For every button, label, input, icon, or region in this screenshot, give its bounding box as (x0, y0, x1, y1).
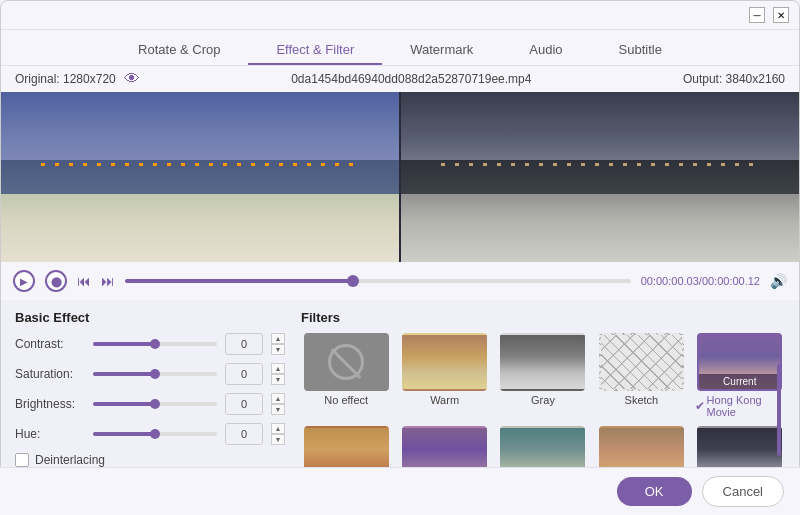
play-button[interactable]: ▶ (13, 270, 35, 292)
filter-hk-movie[interactable]: Current ✔ Hong Kong Movie (695, 333, 785, 418)
hue-value[interactable]: 0 (225, 423, 263, 445)
bottom-bar: OK Cancel (0, 467, 800, 515)
filename: 0da1454bd46940dd088d2a52870719ee.mp4 (291, 72, 531, 86)
contrast-slider[interactable] (93, 342, 217, 346)
close-button[interactable]: ✕ (773, 7, 789, 23)
deinterlace-checkbox[interactable] (15, 453, 29, 467)
contrast-value[interactable]: 0 (225, 333, 263, 355)
filter-scrollbar[interactable] (777, 364, 781, 456)
saturation-down[interactable]: ▼ (271, 374, 285, 385)
tab-subtitle[interactable]: Subtitle (591, 36, 690, 65)
tab-watermark[interactable]: Watermark (382, 36, 501, 65)
filter-warm-label: Warm (430, 394, 459, 406)
timeline-bar: ▶ ⬤ ⏮ ⏭ 00:00:00.03/00:00:00.12 🔊 (1, 262, 799, 300)
minimize-button[interactable]: ─ (749, 7, 765, 23)
progress-thumb[interactable] (347, 275, 359, 287)
hue-up[interactable]: ▲ (271, 423, 285, 434)
filters-title: Filters (301, 310, 785, 325)
saturation-up[interactable]: ▲ (271, 363, 285, 374)
output-preview (401, 92, 799, 262)
time-display: 00:00:00.03/00:00:00.12 (641, 275, 760, 287)
preview-area (1, 92, 799, 262)
brightness-row: Brightness: 0 ▲ ▼ (15, 393, 285, 415)
saturation-row: Saturation: 0 ▲ ▼ (15, 363, 285, 385)
filter-gray[interactable]: Gray (498, 333, 588, 418)
hue-label: Hue: (15, 427, 85, 441)
skip-forward-button[interactable]: ⏭ (101, 273, 115, 289)
filters-grid: No effect Warm Gray Sketch (301, 333, 785, 487)
tab-bar: Rotate & Crop Effect & Filter Watermark … (1, 30, 799, 66)
brightness-value[interactable]: 0 (225, 393, 263, 415)
contrast-row: Contrast: 0 ▲ ▼ (15, 333, 285, 355)
tab-effect-filter[interactable]: Effect & Filter (248, 36, 382, 65)
saturation-label: Saturation: (15, 367, 85, 381)
output-resolution: Output: 3840x2160 (683, 72, 785, 86)
cancel-button[interactable]: Cancel (702, 476, 784, 507)
eye-icon[interactable]: 👁 (124, 70, 140, 88)
filter-warm[interactable]: Warm (399, 333, 489, 418)
filter-sketch-label: Sketch (625, 394, 659, 406)
stop-button[interactable]: ⬤ (45, 270, 67, 292)
saturation-value[interactable]: 0 (225, 363, 263, 385)
tab-rotate-crop[interactable]: Rotate & Crop (110, 36, 248, 65)
filter-no-effect-label: No effect (324, 394, 368, 406)
check-icon: ✔ (695, 399, 705, 413)
contrast-label: Contrast: (15, 337, 85, 351)
current-badge: Current (699, 374, 780, 389)
filter-gray-label: Gray (531, 394, 555, 406)
original-resolution: Original: 1280x720 (15, 72, 116, 86)
brightness-down[interactable]: ▼ (271, 404, 285, 415)
tab-audio[interactable]: Audio (501, 36, 590, 65)
hue-slider[interactable] (93, 432, 217, 436)
volume-icon[interactable]: 🔊 (770, 273, 787, 289)
hue-down[interactable]: ▼ (271, 434, 285, 445)
progress-bar[interactable] (125, 279, 631, 283)
filter-sketch[interactable]: Sketch (596, 333, 686, 418)
basic-effect-title: Basic Effect (15, 310, 285, 325)
info-bar: Original: 1280x720 👁 0da1454bd46940dd088… (1, 66, 799, 92)
filter-no-effect[interactable]: No effect (301, 333, 391, 418)
hue-row: Hue: 0 ▲ ▼ (15, 423, 285, 445)
ok-button[interactable]: OK (617, 477, 692, 506)
title-bar: ─ ✕ (1, 1, 799, 30)
no-effect-icon (328, 344, 364, 380)
contrast-up[interactable]: ▲ (271, 333, 285, 344)
deinterlace-row: Deinterlacing (15, 453, 285, 467)
progress-fill (125, 279, 353, 283)
saturation-slider[interactable] (93, 372, 217, 376)
brightness-up[interactable]: ▲ (271, 393, 285, 404)
skip-back-button[interactable]: ⏮ (77, 273, 91, 289)
brightness-label: Brightness: (15, 397, 85, 411)
deinterlace-label: Deinterlacing (35, 453, 105, 467)
contrast-down[interactable]: ▼ (271, 344, 285, 355)
brightness-slider[interactable] (93, 402, 217, 406)
filter-hk-movie-label: ✔ Hong Kong Movie (695, 394, 785, 418)
original-preview (1, 92, 399, 262)
